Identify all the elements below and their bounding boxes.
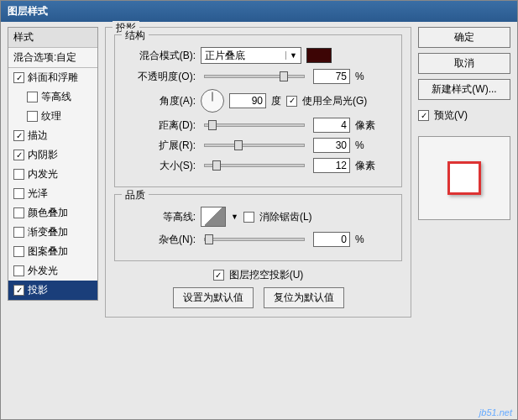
- global-light-checkbox[interactable]: [286, 96, 297, 107]
- quality-legend: 品质: [122, 188, 149, 202]
- settings-panel: 投影 结构 混合模式(B): 正片叠底 ▼ 不透明度(O):: [105, 27, 411, 412]
- style-item-6[interactable]: 光泽: [8, 184, 97, 203]
- styles-header[interactable]: 样式: [8, 28, 97, 48]
- style-label: 纹理: [41, 109, 61, 123]
- preview-swatch: [447, 161, 481, 195]
- noise-label: 杂色(N):: [123, 233, 196, 247]
- opacity-label: 不透明度(O):: [123, 70, 196, 84]
- opacity-unit: %: [355, 71, 379, 82]
- angle-unit: 度: [271, 94, 281, 108]
- style-checkbox[interactable]: [13, 265, 24, 276]
- style-checkbox[interactable]: [27, 92, 38, 102]
- style-checkbox[interactable]: [13, 207, 24, 218]
- chevron-down-icon: ▼: [285, 51, 297, 60]
- distance-input[interactable]: [313, 118, 350, 133]
- spread-input[interactable]: [313, 138, 350, 153]
- blend-options-row[interactable]: 混合选项:自定: [8, 48, 97, 68]
- style-item-3[interactable]: 描边: [8, 126, 97, 145]
- noise-unit: %: [355, 234, 379, 245]
- size-unit: 像素: [355, 159, 379, 173]
- dialog-buttons: 确定 取消 新建样式(W)... 预览(V): [418, 27, 510, 412]
- antialias-checkbox[interactable]: [243, 212, 254, 223]
- size-label: 大小(S):: [123, 159, 196, 173]
- angle-label: 角度(A):: [123, 94, 196, 108]
- noise-slider[interactable]: [204, 238, 305, 241]
- blend-mode-value: 正片叠底: [205, 49, 245, 63]
- size-input[interactable]: [313, 158, 350, 173]
- preview-checkbox[interactable]: [418, 110, 429, 121]
- style-item-2[interactable]: 纹理: [8, 107, 97, 126]
- global-light-label: 使用全局光(G): [302, 94, 367, 108]
- style-label: 内发光: [28, 167, 58, 181]
- style-item-11[interactable]: 投影: [8, 281, 97, 300]
- style-label: 图案叠加: [28, 244, 68, 259]
- reset-default-button[interactable]: 复位为默认值: [264, 287, 344, 308]
- style-checkbox[interactable]: [13, 227, 24, 238]
- cancel-button[interactable]: 取消: [418, 53, 510, 74]
- antialias-label: 消除锯齿(L): [259, 210, 312, 224]
- style-checkbox[interactable]: [13, 72, 24, 83]
- style-label: 描边: [28, 129, 48, 143]
- spread-label: 扩展(R):: [123, 139, 196, 153]
- size-slider[interactable]: [204, 164, 305, 167]
- style-label: 光泽: [28, 186, 48, 201]
- blend-mode-select[interactable]: 正片叠底 ▼: [201, 47, 301, 64]
- style-label: 渐变叠加: [28, 225, 68, 239]
- style-item-10[interactable]: 外发光: [8, 261, 97, 281]
- chevron-down-icon[interactable]: ▼: [231, 213, 238, 221]
- style-checkbox[interactable]: [27, 111, 38, 122]
- style-item-7[interactable]: 颜色叠加: [8, 203, 97, 223]
- noise-input[interactable]: [313, 232, 350, 247]
- shadow-color-swatch[interactable]: [306, 48, 332, 63]
- ok-button[interactable]: 确定: [418, 27, 510, 48]
- style-item-5[interactable]: 内发光: [8, 165, 97, 184]
- opacity-input[interactable]: [313, 69, 350, 84]
- style-item-4[interactable]: 内阴影: [8, 145, 97, 165]
- style-checkbox[interactable]: [13, 130, 24, 141]
- style-label: 外发光: [28, 264, 58, 278]
- structure-fieldset: 结构 混合模式(B): 正片叠底 ▼ 不透明度(O): %: [114, 34, 402, 187]
- style-label: 斜面和浮雕: [28, 71, 78, 85]
- angle-input[interactable]: [229, 93, 266, 108]
- preview-label: 预览(V): [434, 108, 468, 123]
- style-item-9[interactable]: 图案叠加: [8, 242, 97, 261]
- preview-box: [418, 136, 510, 220]
- contour-picker[interactable]: [201, 207, 226, 227]
- style-checkbox[interactable]: [13, 150, 24, 160]
- style-item-1[interactable]: 等高线: [8, 87, 97, 107]
- style-label: 投影: [28, 283, 48, 297]
- style-label: 内阴影: [28, 148, 58, 162]
- blend-mode-label: 混合模式(B):: [123, 49, 196, 63]
- new-style-button[interactable]: 新建样式(W)...: [418, 79, 510, 100]
- structure-legend: 结构: [122, 29, 149, 43]
- style-item-8[interactable]: 渐变叠加: [8, 223, 97, 242]
- panel-outer: 投影 结构 混合模式(B): 正片叠底 ▼ 不透明度(O):: [105, 27, 411, 318]
- contour-label: 等高线:: [123, 210, 196, 224]
- spread-unit: %: [355, 139, 379, 151]
- opacity-slider[interactable]: [204, 75, 305, 78]
- distance-label: 距离(D):: [123, 118, 196, 133]
- set-default-button[interactable]: 设置为默认值: [173, 287, 254, 308]
- style-label: 等高线: [41, 90, 71, 104]
- style-item-0[interactable]: 斜面和浮雕: [8, 68, 97, 87]
- layer-style-dialog: 图层样式 样式 混合选项:自定 斜面和浮雕等高线纹理描边内阴影内发光光泽颜色叠加…: [0, 0, 518, 420]
- spread-slider[interactable]: [204, 144, 305, 147]
- knockout-checkbox[interactable]: [213, 270, 224, 281]
- distance-slider[interactable]: [204, 123, 305, 127]
- quality-fieldset: 品质 等高线: ▼ 消除锯齿(L) 杂色(N): %: [114, 194, 402, 261]
- watermark: jb51.net: [479, 407, 512, 417]
- style-checkbox[interactable]: [13, 169, 24, 180]
- dialog-title: 图层样式: [1, 1, 517, 22]
- style-label: 颜色叠加: [28, 206, 68, 220]
- angle-dial[interactable]: [201, 89, 224, 113]
- style-checkbox[interactable]: [13, 246, 24, 257]
- style-checkbox[interactable]: [13, 285, 24, 296]
- knockout-label: 图层挖空投影(U): [229, 268, 304, 282]
- styles-sidebar: 样式 混合选项:自定 斜面和浮雕等高线纹理描边内阴影内发光光泽颜色叠加渐变叠加图…: [8, 27, 98, 412]
- distance-unit: 像素: [355, 118, 379, 133]
- style-checkbox[interactable]: [13, 188, 24, 199]
